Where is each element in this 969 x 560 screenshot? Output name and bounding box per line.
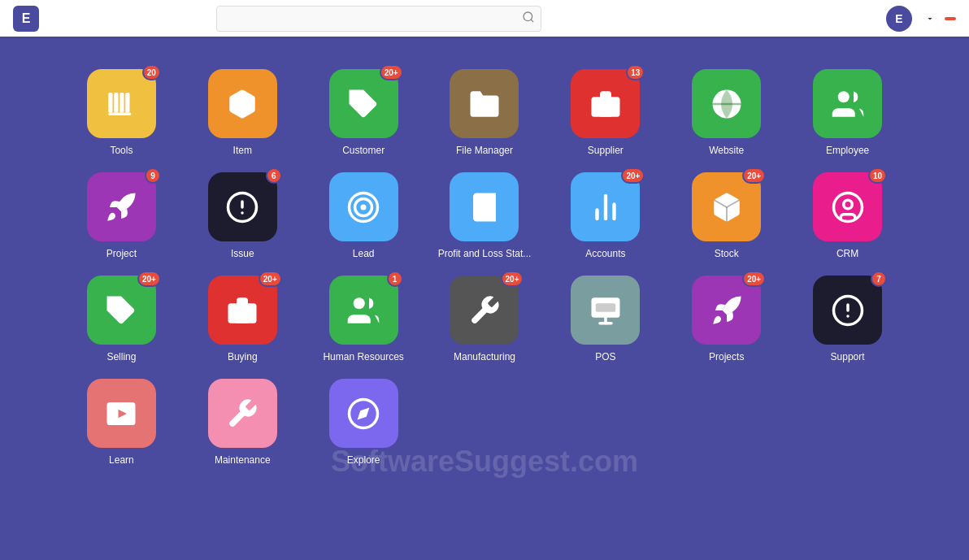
search-icon xyxy=(522,11,535,27)
app-label-crm: CRM xyxy=(836,248,858,259)
app-icon-wrap-customer: 20+ xyxy=(329,69,398,138)
app-badge-issue: 6 xyxy=(266,167,282,184)
app-label-projects: Projects xyxy=(709,351,744,362)
app-label-stock: Stock xyxy=(715,248,739,259)
app-label-maintenance: Maintenance xyxy=(215,454,271,466)
app-label-profit-loss: Profit and Loss Stat... xyxy=(438,248,532,259)
app-icon-wrap-website xyxy=(692,69,761,138)
app-badge-manufacturing: 20+ xyxy=(501,271,524,287)
app-badge-project: 9 xyxy=(145,167,161,184)
app-label-tools: Tools xyxy=(110,145,133,156)
app-item-accounts[interactable]: 20+Accounts xyxy=(549,172,662,259)
app-icon-wrap-projects: 20+ xyxy=(692,276,761,345)
app-item-tools[interactable]: 20Tools xyxy=(65,69,178,156)
app-icon-wrap-employee xyxy=(813,69,882,138)
app-item-manufacturing[interactable]: 20+Manufacturing xyxy=(428,276,541,362)
app-icon-project xyxy=(87,172,156,241)
user-menu[interactable] xyxy=(922,14,935,24)
app-label-project: Project xyxy=(106,248,137,259)
app-badge-support: 7 xyxy=(871,271,887,287)
app-label-lead: Lead xyxy=(353,248,375,259)
app-item-project[interactable]: 9Project xyxy=(65,172,178,259)
app-item-website[interactable]: Website xyxy=(670,69,783,156)
svg-point-16 xyxy=(361,204,367,210)
search-input[interactable] xyxy=(216,6,541,32)
app-label-supplier: Supplier xyxy=(588,145,624,156)
svg-rect-4 xyxy=(126,93,130,113)
app-item-file-manager[interactable]: File Manager xyxy=(428,69,541,156)
app-icon-wrap-buying: 20+ xyxy=(208,276,277,345)
app-item-crm[interactable]: 10CRM xyxy=(791,172,904,259)
app-item-support[interactable]: 7Support xyxy=(791,276,904,362)
app-icon-maintenance xyxy=(208,379,277,448)
app-item-item[interactable]: Item xyxy=(186,69,299,156)
app-item-supplier[interactable]: 13Supplier xyxy=(549,69,662,156)
main-header: E E xyxy=(0,0,969,37)
app-icon-wrap-project: 9 xyxy=(87,172,156,241)
app-badge-selling: 20+ xyxy=(137,271,161,287)
notification-badge[interactable] xyxy=(945,17,956,20)
svg-rect-2 xyxy=(115,93,119,113)
app-badge-stock: 20+ xyxy=(742,167,766,184)
app-icon-wrap-learn xyxy=(87,379,156,448)
app-item-issue[interactable]: 6Issue xyxy=(186,172,299,259)
app-badge-accounts: 20+ xyxy=(621,167,645,184)
app-label-issue: Issue xyxy=(231,248,254,259)
app-badge-human-resources: 1 xyxy=(387,271,403,287)
app-icon-wrap-lead xyxy=(329,172,398,241)
app-icon-wrap-item xyxy=(208,69,277,138)
app-icon-wrap-manufacturing: 20+ xyxy=(450,276,519,345)
app-item-learn[interactable]: Learn xyxy=(65,379,178,466)
app-icon-wrap-maintenance xyxy=(208,379,277,448)
app-item-customer[interactable]: 20+Customer xyxy=(307,69,420,156)
app-label-selling: Selling xyxy=(106,351,136,362)
svg-rect-3 xyxy=(120,93,124,113)
app-icon-wrap-accounts: 20+ xyxy=(571,172,640,241)
app-badge-buying: 20+ xyxy=(259,271,282,287)
app-icon-wrap-profit-loss xyxy=(450,172,519,241)
app-badge-crm: 10 xyxy=(868,167,887,184)
app-item-stock[interactable]: 20+Stock xyxy=(670,172,783,259)
app-icon-wrap-stock: 20+ xyxy=(692,172,761,241)
app-item-lead[interactable]: Lead xyxy=(307,172,420,259)
app-icon-profit-loss xyxy=(450,172,519,241)
app-label-human-resources: Human Resources xyxy=(323,351,403,362)
app-label-buying: Buying xyxy=(228,351,258,362)
app-label-pos: POS xyxy=(595,351,615,362)
user-avatar: E xyxy=(886,6,912,32)
svg-rect-5 xyxy=(109,112,132,115)
app-icon-lead xyxy=(329,172,398,241)
app-icon-wrap-human-resources: 1 xyxy=(329,276,398,345)
app-icon-wrap-explore xyxy=(329,379,398,448)
app-item-selling[interactable]: 20+Selling xyxy=(65,276,178,362)
app-label-file-manager: File Manager xyxy=(456,145,513,156)
svg-rect-1 xyxy=(109,93,113,113)
app-item-employee[interactable]: Employee xyxy=(791,69,904,156)
app-item-human-resources[interactable]: 1Human Resources xyxy=(307,276,420,362)
app-label-learn: Learn xyxy=(109,454,134,466)
app-icon-wrap-supplier: 13 xyxy=(571,69,640,138)
app-item-pos[interactable]: POS xyxy=(549,276,662,362)
svg-rect-29 xyxy=(596,303,616,312)
svg-point-10 xyxy=(837,91,849,102)
app-icon-wrap-crm: 10 xyxy=(813,172,882,241)
app-item-buying[interactable]: 20+Buying xyxy=(186,276,299,362)
app-label-accounts: Accounts xyxy=(585,248,625,259)
app-badge-projects: 20+ xyxy=(742,271,766,287)
app-item-explore[interactable]: Explore xyxy=(307,379,420,466)
svg-point-0 xyxy=(524,12,532,21)
app-label-support: Support xyxy=(831,351,865,362)
app-icon-wrap-support: 7 xyxy=(813,276,882,345)
svg-point-22 xyxy=(843,200,852,209)
app-item-profit-loss[interactable]: Profit and Loss Stat... xyxy=(428,172,541,259)
app-icon-support xyxy=(813,276,882,345)
app-icon-wrap-tools: 20 xyxy=(87,69,156,138)
app-icon-wrap-selling: 20+ xyxy=(87,276,156,345)
svg-point-25 xyxy=(354,297,365,309)
app-icon-human-resources xyxy=(329,276,398,345)
app-icon-pos xyxy=(571,276,640,345)
app-item-maintenance[interactable]: Maintenance xyxy=(186,379,299,466)
header-right: E xyxy=(886,6,956,32)
app-item-projects[interactable]: 20+Projects xyxy=(670,276,783,362)
app-logo[interactable]: E xyxy=(13,6,39,32)
